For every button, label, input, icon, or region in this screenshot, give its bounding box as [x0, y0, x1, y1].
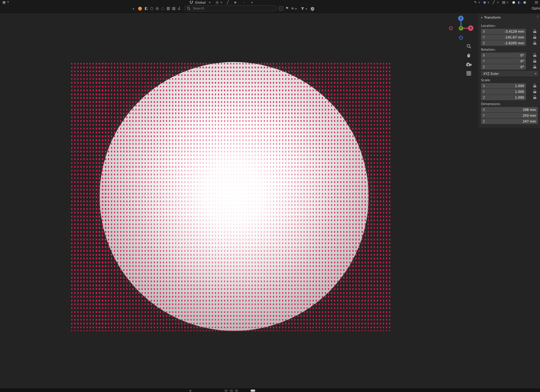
rotation-x-field[interactable]: X 0° [481, 53, 526, 58]
location-x-field[interactable]: X -3.4129 mm [481, 29, 526, 34]
location-y-field[interactable]: Y -141.67 mm [481, 35, 526, 40]
gizmo-neg-z-axis[interactable] [459, 36, 463, 40]
sphere-highlight [71, 63, 391, 331]
cube-icon[interactable]: ▧ [167, 6, 170, 10]
axis-letter: X [483, 30, 485, 33]
axis-letter: X [483, 108, 485, 112]
editor-type-icon[interactable]: ▦ [2, 1, 6, 4]
dropdown-chevron-icon[interactable]: ▾ [479, 1, 480, 4]
display-mode-box[interactable] [279, 6, 283, 11]
zoom-tool-button[interactable] [465, 43, 472, 49]
falloff-circle-icon[interactable]: ◦ [243, 1, 245, 4]
falloff-sphere-icon[interactable] [138, 7, 142, 11]
lock-icon[interactable] [533, 65, 537, 69]
location-z-field[interactable]: Z -2.6205 mm [481, 40, 526, 46]
rotation-y-field[interactable]: Y 0° [481, 58, 526, 64]
dimensions-label: Dimensions: [481, 102, 501, 106]
axis-letter: Z [483, 120, 485, 123]
shading-rendered-icon[interactable]: ● [523, 1, 526, 4]
concentric-sphere-icon[interactable]: ◎ [156, 6, 159, 10]
dimensions-y-field[interactable]: Y 250 mm [481, 113, 538, 118]
filter-chevron-icon[interactable]: ▾ [306, 8, 307, 10]
falloff-chevron-icon[interactable]: ▾ [251, 1, 253, 4]
dropdown-chevron-icon[interactable]: ▾ [497, 1, 499, 4]
field-value: 1.000 [515, 90, 524, 93]
ortho-toggle-button[interactable] [465, 70, 472, 77]
shading-solid-icon[interactable]: ● [512, 1, 515, 4]
gizmo-y-axis[interactable]: Y [459, 26, 463, 31]
field-value: -2.6205 mm [505, 41, 524, 45]
point-grid-object[interactable] [71, 63, 391, 331]
lock-icon[interactable] [533, 59, 537, 63]
status-highlight[interactable] [251, 390, 255, 392]
pivot-point-icon[interactable]: ◎ [216, 1, 219, 4]
transform-panel-header[interactable]: ▾Transform [481, 16, 501, 20]
snapping-magnet-icon[interactable] [189, 1, 193, 5]
field-value: 1.000 [515, 84, 524, 88]
gizmo-neg-x-axis[interactable] [449, 26, 453, 30]
pan-tool-button[interactable] [465, 52, 472, 59]
angle-icon[interactable]: ∠ [178, 6, 181, 10]
rotation-mode-dropdown[interactable]: XYZ Euler ▾ [481, 71, 538, 76]
annotate-icon[interactable]: ╱ [493, 1, 495, 4]
navigation-gizmo[interactable]: Z X Y [447, 15, 475, 43]
pivot-chevron-icon[interactable]: ▾ [221, 1, 222, 4]
collapse-chevron-icon: ▾ [481, 16, 483, 19]
sphere-icon[interactable]: ○ [150, 6, 153, 10]
dropdown-chevron-icon[interactable]: ▾ [507, 1, 508, 4]
field-value: 0° [520, 59, 524, 63]
field-value: 0° [520, 53, 524, 57]
lock-icon[interactable] [533, 84, 537, 88]
transform-panel: ▾Transform ⠿ Location: X -3.4129 mm Y -1… [478, 14, 540, 128]
layers-icon[interactable]: ▤ [172, 6, 175, 10]
lock-icon[interactable] [533, 35, 537, 39]
editor-type-chevron-icon[interactable]: ▾ [7, 1, 9, 3]
scale-x-field[interactable]: X 1.000 [481, 83, 526, 89]
shading-material-icon[interactable]: ◐ [518, 1, 521, 4]
axis-letter: Y [483, 114, 485, 117]
gizmo-toggle-icon[interactable]: ● [483, 1, 486, 4]
panel-title: Transform [484, 16, 501, 20]
list-chevron-icon[interactable]: ▾ [295, 8, 297, 10]
dropdown-chevron-icon[interactable]: ▾ [488, 1, 489, 4]
search-field[interactable] [184, 5, 277, 11]
scale-y-field[interactable]: Y 1.000 [481, 89, 526, 94]
scale-z-field[interactable]: Z 1.000 [481, 95, 526, 100]
list-display-icon[interactable]: ≡ [291, 6, 294, 10]
panel-drag-dots-icon[interactable]: ⠿ [537, 15, 539, 19]
render-menu-icon[interactable]: ▤ [535, 1, 538, 4]
field-value: 247 mm [523, 119, 536, 123]
filter-icon[interactable] [301, 7, 304, 11]
status-icon[interactable] [230, 390, 233, 392]
zoom-icon [466, 44, 472, 49]
lock-icon[interactable] [533, 95, 537, 99]
orientation-chevron-icon[interactable]: ▾ [209, 1, 211, 4]
lock-icon[interactable] [533, 41, 537, 45]
gizmo-z-axis[interactable]: Z [458, 16, 464, 21]
camera-icon [466, 62, 472, 67]
status-bar [0, 389, 540, 392]
options-button[interactable]: Options [532, 6, 540, 10]
lock-icon[interactable] [533, 29, 537, 33]
status-icon[interactable] [225, 390, 228, 392]
orientation-dropdown[interactable]: Global [195, 1, 206, 4]
shield-check-icon[interactable] [310, 7, 314, 12]
gizmo-x-axis[interactable]: X [468, 25, 473, 31]
lock-icon[interactable] [533, 90, 537, 93]
gradient-square-icon[interactable]: ▪ [234, 1, 236, 4]
search-input[interactable] [192, 6, 274, 11]
overlays-icon[interactable]: ▤ [502, 1, 505, 4]
cursor-tool-icon[interactable]: ↖ [474, 1, 477, 4]
rotation-z-field[interactable]: Z 0° [481, 64, 526, 70]
proportional-edit-icon[interactable]: ╱ [227, 1, 229, 4]
status-icon[interactable] [235, 390, 238, 392]
camera-view-button[interactable] [465, 61, 472, 68]
dimensions-z-field[interactable]: Z 247 mm [481, 119, 538, 124]
bookmark-icon[interactable]: ⚑ [285, 6, 289, 10]
lock-icon[interactable] [533, 53, 537, 57]
dimensions-x-field[interactable]: X 298 mm [481, 107, 538, 112]
dashed-circle-icon[interactable]: ◌ [161, 6, 164, 10]
grid-icon [466, 71, 471, 76]
half-square-icon[interactable]: ◧ [145, 6, 148, 10]
tool-chevron-icon[interactable]: ▾ [133, 8, 134, 10]
